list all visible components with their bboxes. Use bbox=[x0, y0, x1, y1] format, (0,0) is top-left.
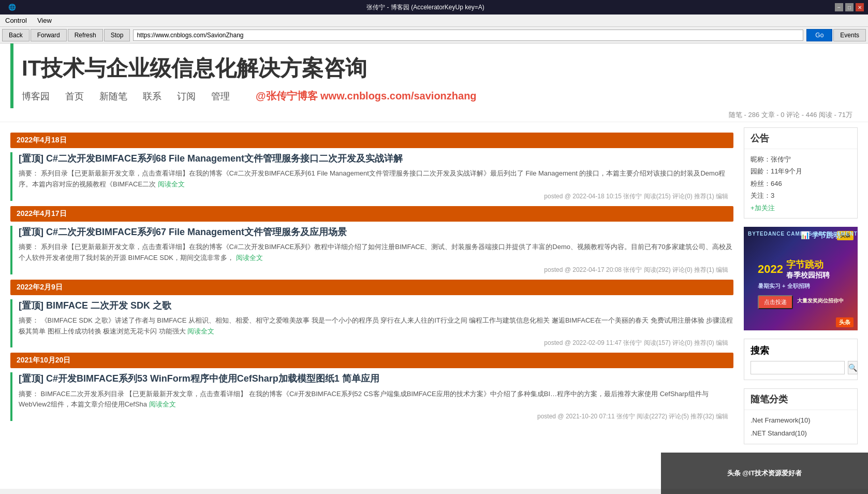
post-item-3: [置顶] BIMFACE 二次开发 SDK 之歌 摘要： 《BIMFACE SD… bbox=[10, 299, 733, 348]
ad-sub: 大量发奖岗位招你中 bbox=[797, 297, 844, 304]
announcement-box: 公告 昵称：张传宁 园龄：11年9个月 粉丝：646 关注：3 +加关注 bbox=[744, 127, 858, 219]
nav-home[interactable]: 首页 bbox=[65, 90, 84, 103]
stats-bar: 随笔 - 286 文章 - 0 评论 - 446 阅读 - 71万 bbox=[0, 108, 868, 122]
post-summary-1: 摘要： 系列目录【已更新最新开发文章，点击查看详细】在我的博客《C#二次开发BI… bbox=[19, 168, 733, 190]
read-more-4[interactable]: 阅读全文 bbox=[149, 400, 176, 408]
forward-button[interactable]: Forward bbox=[31, 29, 67, 41]
ad-logo: 头条 bbox=[836, 317, 854, 327]
date-separator-3: 2022年2月9日 bbox=[10, 280, 733, 295]
stop-button[interactable]: Stop bbox=[104, 29, 130, 41]
bottom-overlay: 头条 @IT技术资源爱好者 bbox=[661, 453, 868, 494]
post-meta-4: posted @ 2021-10-20 07:11 张传宁 阅读(2272) 评… bbox=[19, 412, 733, 421]
read-more-3[interactable]: 阅读全文 bbox=[187, 327, 214, 335]
post-title-3[interactable]: [置顶] BIMFACE 二次开发 SDK 之歌 bbox=[19, 299, 733, 312]
ad-campaign: 春季校园招聘 bbox=[786, 271, 830, 280]
overlay-text: 头条 @IT技术资源爱好者 bbox=[727, 469, 802, 478]
browser-content: IT技术与企业级信息化解决方案咨询 博客园 首页 新随笔 联系 订阅 管理 @张… bbox=[0, 43, 868, 489]
left-content: 2022年4月18日 [置顶] C#二次开发BIMFACE系列68 File M… bbox=[10, 127, 733, 453]
blog-social: @张传宁博客 www.cnblogs.com/savionzhang bbox=[256, 89, 477, 103]
categories-box: 随笔分类 .Net Framework(10) .NET Standard(10… bbox=[744, 388, 858, 444]
window-title: 张传宁 - 博客园 (AcceleratorKeyUp key=A) bbox=[16, 3, 835, 12]
post-item-4: [置顶] C#开发BIMFACE系列53 WinForm程序中使用CefShar… bbox=[10, 372, 733, 421]
category-item-1[interactable]: .Net Framework(10) bbox=[751, 414, 851, 427]
announcement-title: 公告 bbox=[744, 128, 857, 149]
post-title-4[interactable]: [置顶] C#开发BIMFACE系列53 WinForm程序中使用CefShar… bbox=[19, 372, 733, 385]
blog-nav: 博客园 首页 新随笔 联系 订阅 管理 @张传宁博客 www.cnblogs.c… bbox=[22, 89, 858, 103]
close-button[interactable]: ✕ bbox=[856, 3, 864, 11]
nav-contact[interactable]: 联系 bbox=[143, 90, 161, 103]
nav-manage[interactable]: 管理 bbox=[211, 90, 230, 103]
add-follow-button[interactable]: +加关注 bbox=[751, 204, 775, 212]
ad-banner: 头条 BYTEDANCE CAMPUS RECRUITMENT 2022 字节跳… bbox=[744, 227, 858, 330]
date-separator-1: 2022年4月18日 bbox=[10, 133, 733, 148]
url-bar[interactable] bbox=[133, 30, 803, 41]
go-button[interactable]: Go bbox=[806, 29, 832, 41]
ad-intern: 暑期实习 + 全职招聘 bbox=[758, 282, 844, 290]
maximize-button[interactable]: □ bbox=[845, 3, 854, 11]
post-summary-2: 摘要： 系列目录【已更新最新开发文章，点击查看详细】在我的博客《C#二次开发BI… bbox=[19, 242, 733, 264]
minimize-button[interactable]: − bbox=[835, 3, 843, 11]
ad-chart-icon: 📊 学节跳动 bbox=[801, 231, 841, 240]
categories-list: .Net Framework(10) .NET Standard(10) bbox=[744, 410, 857, 444]
post-title-2[interactable]: [置顶] C#二次开发BIMFACE系列67 File Management文件… bbox=[19, 226, 733, 239]
post-summary-3: 摘要： 《BIMFACE SDK 之歌》讲述了作者与 BIMFACE 从相识、相… bbox=[19, 315, 733, 337]
nav-new-post[interactable]: 新随笔 bbox=[99, 90, 127, 103]
main-layout: 2022年4月18日 [置顶] C#二次开发BIMFACE系列68 File M… bbox=[0, 122, 868, 458]
search-box: 搜索 🔍 bbox=[744, 339, 858, 380]
refresh-button[interactable]: Refresh bbox=[68, 29, 103, 41]
post-meta-2: posted @ 2022-04-17 20:08 张传宁 阅读(292) 评论… bbox=[19, 266, 733, 274]
date-separator-4: 2021年10月20日 bbox=[10, 353, 733, 368]
nav-subscribe[interactable]: 订阅 bbox=[177, 90, 196, 103]
search-row: 🔍 bbox=[751, 361, 851, 374]
category-item-2[interactable]: .NET Standard(10) bbox=[751, 427, 851, 440]
toolbar: Back Forward Refresh Stop Go Events bbox=[0, 27, 868, 43]
events-button[interactable]: Events bbox=[833, 29, 866, 41]
title-bar: 🌐 张传宁 - 博客园 (AcceleratorKeyUp key=A) − □… bbox=[0, 0, 868, 14]
post-item-2: [置顶] C#二次开发BIMFACE系列67 File Management文件… bbox=[10, 226, 733, 274]
search-icon: 🔍 bbox=[848, 364, 857, 372]
ad-cta-button[interactable]: 点击投递 bbox=[758, 295, 793, 309]
post-item-1: [置顶] C#二次开发BIMFACE系列68 File Management文件… bbox=[10, 152, 733, 201]
categories-title: 随笔分类 bbox=[744, 389, 857, 410]
read-more-1[interactable]: 阅读全文 bbox=[158, 180, 185, 188]
search-input[interactable] bbox=[751, 361, 845, 374]
menu-view[interactable]: View bbox=[34, 16, 55, 25]
blog-title: IT技术与企业级信息化解决方案咨询 bbox=[22, 54, 858, 83]
post-title-1[interactable]: [置顶] C#二次开发BIMFACE系列68 File Management文件… bbox=[19, 152, 733, 165]
post-meta-1: posted @ 2022-04-18 10:15 张传宁 阅读(215) 评论… bbox=[19, 192, 733, 201]
date-separator-2: 2022年4月17日 bbox=[10, 206, 733, 222]
nav-bokeyuan[interactable]: 博客园 bbox=[22, 90, 50, 103]
search-title: 搜索 bbox=[751, 344, 851, 357]
announcement-content: 昵称：张传宁 园龄：11年9个月 粉丝：646 关注：3 +加关注 bbox=[744, 149, 857, 218]
post-meta-3: posted @ 2022-02-09 11:47 张传宁 阅读(157) 评论… bbox=[19, 339, 733, 347]
search-button[interactable]: 🔍 bbox=[848, 361, 858, 374]
menu-bar: Control View bbox=[0, 14, 868, 27]
app-icon: 🌐 bbox=[4, 4, 16, 11]
ad-year: 2022 bbox=[758, 263, 783, 276]
right-sidebar: 公告 昵称：张传宁 园龄：11年9个月 粉丝：646 关注：3 +加关注 头条 … bbox=[744, 127, 858, 453]
read-more-2[interactable]: 阅读全文 bbox=[236, 254, 263, 261]
post-summary-4: 摘要： BIMFACE二次开发系列目录 【已更新最新开发文章，点击查看详细】 在… bbox=[19, 389, 733, 411]
back-button[interactable]: Back bbox=[2, 29, 30, 41]
ad-brand: 字节跳动 bbox=[786, 258, 830, 271]
menu-control[interactable]: Control bbox=[2, 16, 30, 25]
window-controls: − □ ✕ bbox=[835, 3, 864, 11]
